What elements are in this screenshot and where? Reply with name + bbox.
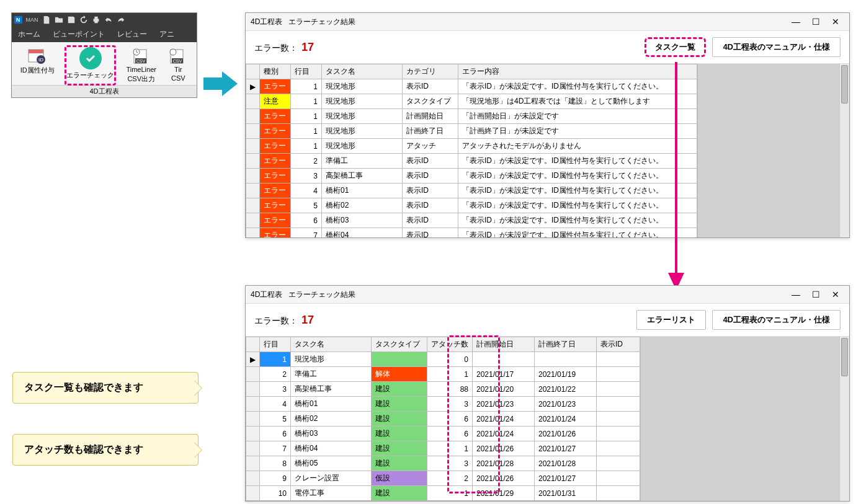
svg-text:CSV: CSV: [173, 59, 182, 63]
table-row[interactable]: 6橋桁03建設62021/01/242021/01/26: [246, 427, 640, 441]
ribbon-footer: 4D工程表: [12, 85, 197, 97]
new-file-icon[interactable]: [42, 15, 51, 24]
dispid-cell: [597, 441, 640, 456]
col-header[interactable]: 種別: [260, 64, 291, 79]
attach-cell: 6: [427, 412, 473, 427]
end-cell: 2021/01/23: [535, 397, 597, 412]
close-button[interactable]: ✕: [827, 288, 844, 301]
print-icon[interactable]: [92, 15, 100, 24]
col-header[interactable]: 行目: [291, 64, 322, 79]
col-header[interactable]: タスク名: [291, 337, 372, 352]
table-row[interactable]: 注意1現況地形タスクタイプ「現況地形」は4D工程表では「建設」として動作します: [246, 94, 697, 109]
col-header[interactable]: タスクタイプ: [372, 337, 427, 352]
table-row[interactable]: 7橋桁04建設12021/01/262021/01/27: [246, 441, 640, 456]
tir-csv-button[interactable]: CSV Tir CSV: [168, 47, 188, 84]
table-row[interactable]: エラー1現況地形計画開始日「計画開始日」が未設定です: [246, 109, 697, 124]
col-header[interactable]: 表示ID: [597, 337, 640, 352]
col-header[interactable]: タスク名: [322, 64, 403, 79]
table-row[interactable]: 3高架橋工事建設882021/01/202021/01/22: [246, 382, 640, 397]
refresh-icon[interactable]: [79, 15, 88, 24]
col-header[interactable]: カテゴリ: [403, 64, 458, 79]
task-cell: 高架橋工事: [322, 169, 403, 183]
row-num-cell: 3: [291, 169, 322, 183]
table-row[interactable]: エラー7橋桁04表示ID「表示ID」が未設定です。ID属性付与を実行してください…: [246, 228, 697, 238]
category-cell: 計画開始日: [403, 109, 458, 124]
table-row[interactable]: 10電停工事建設12021/01/292021/01/31: [246, 486, 640, 501]
callout-tasklist: タスク一覧も確認できます: [12, 372, 199, 404]
table-row[interactable]: ▶1現況地形0: [246, 352, 640, 367]
task-cell: 電停工事: [291, 486, 372, 501]
error-grid[interactable]: 種別行目タスク名カテゴリエラー内容▶エラー1現況地形表示ID「表示ID」が未設定…: [246, 64, 697, 237]
category-cell: 表示ID: [403, 228, 458, 238]
open-folder-icon[interactable]: [55, 15, 63, 24]
col-header[interactable]: 行目: [260, 337, 291, 352]
attach-cell: 1: [427, 486, 473, 501]
manual-button[interactable]: 4D工程表のマニュアル・仕様: [712, 310, 841, 330]
table-row[interactable]: 4橋桁01建設32021/01/232021/01/23: [246, 397, 640, 412]
window-titlebar: 4D工程表 エラーチェック結果 — ☐ ✕: [246, 286, 849, 304]
table-row[interactable]: 2準備工解体12021/01/172021/01/19: [246, 367, 640, 382]
checkmark-icon: [79, 47, 102, 69]
table-row[interactable]: エラー1現況地形アタッチアタッチされたモデルがありません: [246, 139, 697, 154]
attach-cell: 0: [427, 352, 473, 367]
tir-label: Tir: [174, 66, 182, 73]
save-icon[interactable]: [67, 15, 76, 24]
tasktype-cell: 建設: [372, 382, 427, 397]
ribbon-panel: ID ID属性付与 エラーチェック CSV TimeLiner CSV出力 CS…: [12, 42, 197, 85]
task-cell: 橋桁03: [291, 427, 372, 441]
table-row[interactable]: エラー5橋桁02表示ID「表示ID」が未設定です。ID属性付与を実行してください…: [246, 198, 697, 213]
manual-button[interactable]: 4D工程表のマニュアル・仕様: [712, 37, 841, 57]
table-row[interactable]: エラー6橋桁03表示ID「表示ID」が未設定です。ID属性付与を実行してください…: [246, 213, 697, 228]
col-header[interactable]: 計画開始日: [473, 337, 535, 352]
minimize-button[interactable]: —: [787, 288, 805, 301]
maximize-button[interactable]: ☐: [807, 15, 824, 28]
table-row[interactable]: エラー4橋桁01表示ID「表示ID」が未設定です。ID属性付与を実行してください…: [246, 183, 697, 198]
redo-icon[interactable]: [117, 15, 125, 24]
type-cell: 注意: [260, 94, 291, 109]
category-cell: 計画終了日: [403, 124, 458, 139]
message-cell: 「表示ID」が未設定です。ID属性付与を実行してください。: [458, 183, 697, 198]
table-row[interactable]: 5橋桁02建設62021/01/242021/01/24: [246, 412, 640, 427]
table-row[interactable]: ▶エラー1現況地形表示ID「表示ID」が未設定です。ID属性付与を実行してくださ…: [246, 79, 697, 94]
timeliner-csv-button[interactable]: CSV TimeLiner CSV出力: [126, 47, 156, 84]
end-cell: 2021/01/26: [535, 427, 597, 441]
tab-ani[interactable]: アニ: [153, 27, 181, 42]
table-row[interactable]: 9クレーン設置仮設22021/01/262021/01/27: [246, 471, 640, 486]
table-row[interactable]: 8橋桁05建設32021/01/282021/01/28: [246, 456, 640, 471]
csv-icon: CSV: [168, 47, 188, 64]
category-cell: 表示ID: [403, 79, 458, 94]
csv-clock-icon: CSV: [132, 47, 151, 64]
scrollbar[interactable]: [839, 64, 849, 237]
row-num-cell: 10: [260, 486, 291, 501]
attach-cell: 1: [427, 367, 473, 382]
task-cell: 橋桁02: [291, 412, 372, 427]
task-grid[interactable]: 行目タスク名タスクタイプアタッチ数計画開始日計画終了日表示ID▶1現況地形02準…: [246, 337, 640, 501]
scrollbar[interactable]: [839, 337, 849, 501]
task-list-button[interactable]: タスク一覧: [645, 37, 706, 57]
tasktype-cell: 建設: [372, 412, 427, 427]
attach-cell: 6: [427, 427, 473, 441]
minimize-button[interactable]: —: [787, 15, 805, 28]
error-check-button[interactable]: エラーチェック: [65, 45, 116, 86]
close-button[interactable]: ✕: [827, 15, 844, 28]
attach-cell: 3: [427, 456, 473, 471]
tab-review[interactable]: レビュー: [111, 27, 153, 42]
message-cell: 「表示ID」が未設定です。ID属性付与を実行してください。: [458, 154, 697, 169]
tab-home[interactable]: ホーム: [12, 27, 47, 42]
type-cell: エラー: [260, 154, 291, 169]
col-header[interactable]: エラー内容: [458, 64, 697, 79]
col-header[interactable]: 計画終了日: [535, 337, 597, 352]
maximize-button[interactable]: ☐: [807, 288, 824, 301]
table-row[interactable]: エラー2準備工表示ID「表示ID」が未設定です。ID属性付与を実行してください。: [246, 154, 697, 169]
id-assign-button[interactable]: ID ID属性付与: [20, 47, 55, 84]
undo-icon[interactable]: [104, 15, 113, 24]
error-list-button[interactable]: エラーリスト: [636, 310, 706, 330]
end-cell: 2021/01/31: [535, 486, 597, 501]
row-num-cell: 5: [291, 198, 322, 213]
col-header[interactable]: アタッチ数: [427, 337, 473, 352]
tab-viewpoint[interactable]: ビューポイント: [47, 27, 111, 42]
table-row[interactable]: エラー3高架橋工事表示ID「表示ID」が未設定です。ID属性付与を実行してくださ…: [246, 169, 697, 183]
table-row[interactable]: エラー1現況地形計画終了日「計画終了日」が未設定です: [246, 124, 697, 139]
grid-empty-area: [640, 337, 839, 501]
message-cell: 「表示ID」が未設定です。ID属性付与を実行してください。: [458, 79, 697, 94]
